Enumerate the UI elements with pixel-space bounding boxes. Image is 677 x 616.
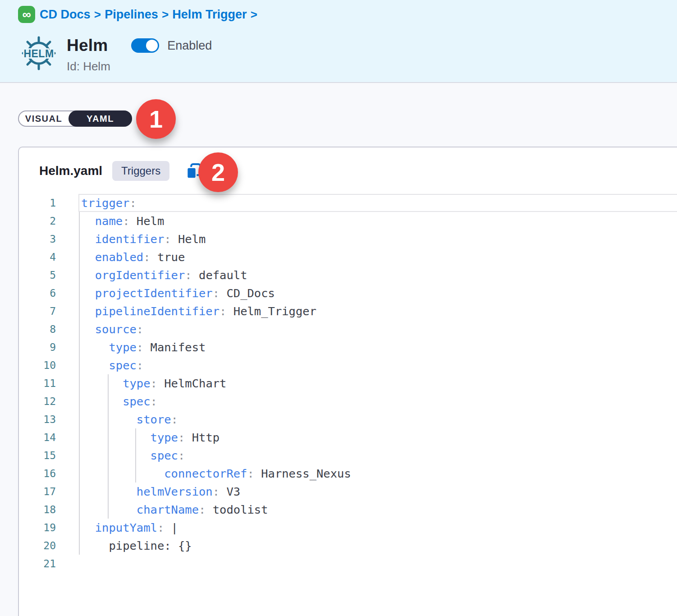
line-number: 5	[19, 269, 56, 281]
editor-line[interactable]: 16 connectorRef: Harness_Nexus	[19, 464, 677, 483]
indent-guide	[79, 338, 80, 356]
indent-guide	[108, 483, 109, 501]
indent-guide	[79, 501, 80, 519]
code-text: projectIdentifier: CD_Docs	[81, 286, 275, 300]
code-text: chartName: todolist	[81, 503, 268, 516]
indent-guide	[79, 302, 80, 320]
indent-guide	[79, 483, 80, 501]
code-line: connectorRef: Harness_Nexus	[56, 464, 677, 483]
editor-line[interactable]: 10 spec:	[19, 356, 677, 374]
yaml-editor-panel: Helm.yaml Triggers 1 trigger: 2 name: He…	[18, 147, 677, 616]
line-number: 16	[19, 468, 56, 479]
indent-guide	[79, 266, 80, 284]
editor-line[interactable]: 11 type: HelmChart	[19, 374, 677, 392]
code-text: spec:	[81, 449, 185, 462]
indent-guide	[79, 212, 80, 230]
code-line: name: Helm	[56, 212, 677, 230]
indent-guide	[108, 392, 109, 410]
line-number: 7	[19, 305, 56, 317]
code-text: type: Http	[81, 431, 220, 444]
tab-visual[interactable]: VISUAL	[19, 111, 69, 126]
indent-guide	[79, 519, 80, 537]
editor-line[interactable]: 20 pipeline: {}	[19, 537, 677, 555]
indent-guide	[108, 464, 109, 483]
breadcrumb-link[interactable]: Helm Trigger	[172, 8, 247, 21]
editor-line[interactable]: 17 helmVersion: V3	[19, 483, 677, 501]
line-number: 19	[19, 522, 56, 533]
code-text: type: HelmChart	[81, 377, 226, 390]
editor-line[interactable]: 6 projectIdentifier: CD_Docs	[19, 284, 677, 302]
code-text: inputYaml: |	[81, 521, 178, 534]
editor-line[interactable]: 7 pipelineIdentifier: Helm_Trigger	[19, 302, 677, 320]
breadcrumb-link[interactable]: CD Docs	[40, 8, 91, 21]
yaml-code-editor[interactable]: 1 trigger: 2 name: Helm 3 identifier: He…	[19, 194, 677, 573]
enabled-toggle[interactable]	[131, 38, 159, 53]
code-text: type: Manifest	[81, 340, 206, 354]
code-text: helmVersion: V3	[81, 485, 240, 498]
indent-guide	[135, 464, 136, 483]
line-number: 21	[19, 558, 56, 570]
indent-guide	[79, 392, 80, 410]
visual-yaml-toggle: VISUAL YAML	[18, 110, 132, 127]
code-line	[56, 555, 677, 573]
editor-line[interactable]: 4 enabled: true	[19, 248, 677, 266]
code-line: spec:	[56, 392, 677, 410]
code-line: pipeline: {}	[56, 537, 677, 555]
line-number: 15	[19, 450, 56, 461]
breadcrumb-link[interactable]: Pipelines	[105, 8, 158, 21]
toggle-label: Enabled	[167, 39, 212, 53]
indent-guide	[79, 356, 80, 374]
editor-line[interactable]: 9 type: Manifest	[19, 338, 677, 356]
indent-guide	[108, 410, 109, 428]
line-number: 10	[19, 359, 56, 371]
editor-line[interactable]: 2 name: Helm	[19, 212, 677, 230]
editor-line[interactable]: 3 identifier: Helm	[19, 230, 677, 248]
line-number: 3	[19, 233, 56, 245]
breadcrumb-separator: >	[158, 8, 173, 21]
indent-guide	[79, 537, 80, 555]
code-text: orgIdentifier: default	[81, 268, 247, 282]
code-line: spec:	[56, 446, 677, 464]
code-text: pipeline: {}	[81, 539, 192, 552]
indent-guide	[108, 446, 109, 464]
indent-guide	[79, 230, 80, 248]
editor-line[interactable]: 15 spec:	[19, 446, 677, 464]
indent-guide	[79, 284, 80, 302]
code-text: name: Helm	[81, 214, 164, 228]
editor-line[interactable]: 5 orgIdentifier: default	[19, 266, 677, 284]
indent-guide	[108, 428, 109, 446]
code-line: enabled: true	[56, 248, 677, 266]
code-text: trigger:	[81, 196, 137, 210]
editor-line[interactable]: 21	[19, 555, 677, 573]
tab-yaml[interactable]: YAML	[69, 110, 132, 127]
code-line: type: Http	[56, 428, 677, 446]
indent-guide	[108, 501, 109, 519]
code-line: identifier: Helm	[56, 230, 677, 248]
code-text: connectorRef: Harness_Nexus	[81, 467, 351, 480]
editor-line[interactable]: 19 inputYaml: |	[19, 519, 677, 537]
code-line: orgIdentifier: default	[56, 266, 677, 284]
breadcrumb-items: CD Docs > Pipelines > Helm Trigger >	[40, 8, 258, 22]
editor-line[interactable]: 1 trigger:	[19, 194, 677, 212]
line-number: 18	[19, 504, 56, 515]
line-number: 2	[19, 215, 56, 227]
trigger-title-block: HELM Helm Enabled Id: Helm	[20, 35, 212, 74]
breadcrumb-separator: >	[91, 8, 105, 21]
editor-line[interactable]: 8 source:	[19, 320, 677, 338]
line-number: 13	[19, 414, 56, 425]
editor-line[interactable]: 13 store:	[19, 410, 677, 428]
editor-line[interactable]: 12 spec:	[19, 392, 677, 410]
code-text: spec:	[81, 395, 157, 408]
annotation-badge-2: 2	[198, 152, 238, 192]
indent-guide	[79, 248, 80, 266]
code-text: spec:	[81, 359, 143, 372]
line-number: 14	[19, 432, 56, 443]
indent-guide	[108, 374, 109, 392]
editor-line[interactable]: 18 chartName: todolist	[19, 501, 677, 519]
helm-logo-text: HELM	[23, 48, 54, 60]
editor-line[interactable]: 14 type: Http	[19, 428, 677, 446]
line-number: 4	[19, 251, 56, 263]
code-line: trigger:	[56, 194, 677, 212]
code-line: store:	[56, 410, 677, 428]
triggers-chip[interactable]: Triggers	[112, 161, 169, 181]
